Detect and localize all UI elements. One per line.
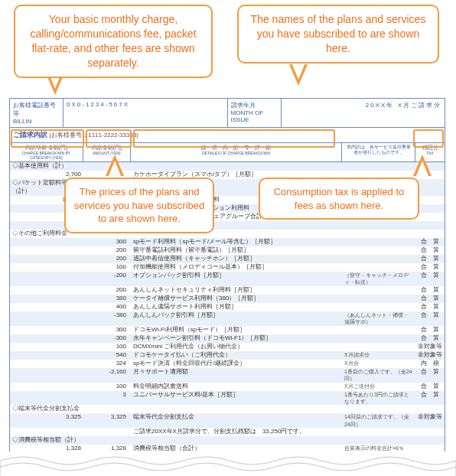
cell-detail: 料金明細内訳書送料: [131, 383, 342, 391]
table-row: -300永年キャンペーン割引料（ドコモWi-F1）［月額］合 算: [10, 334, 445, 343]
cell-note: [342, 221, 415, 230]
cell-note: 1番号あたり3円のご請求となります。: [342, 391, 415, 406]
cell-note: [342, 405, 415, 413]
table-row: 200あんしんネットセキュリティ利用料［月額］合 算: [10, 286, 445, 295]
table-row: ◇端末等代金分割支払金: [10, 405, 445, 413]
table-row: 540ドコモケータイ払い（ご利用代金）X月請求分非対象等: [10, 351, 445, 360]
cell-note: [342, 162, 415, 171]
cell-note: [342, 428, 415, 436]
table-row: 400あんしん遠隔サポート利用料［月額］合 算: [10, 303, 445, 311]
cell-detail: ご請求20XX年X月請求分で、分割支払残額は 33,250円です。: [131, 428, 342, 436]
cell-detail: オプションパック割引料［月額］: [131, 272, 342, 286]
cell-detail: ドコモWi-Fi利用料（spモード）［月額］: [131, 326, 342, 334]
cell-detail: [131, 436, 342, 445]
table-row: -380あんしんパック割引料［月額］（あんしんネット・補償・遠隔サポ）合 算: [10, 311, 445, 326]
table-row: 100付加機能使用料（メロディコール基本）［月額］合 算: [10, 263, 445, 272]
cell-category: [10, 255, 83, 263]
table-row: -2,160月々サポート適用額1番目のご購入です。（全24回）合 算: [10, 368, 445, 383]
phone-label: お客様電話番号等 BILLIN: [10, 99, 64, 127]
cell-category: [10, 311, 83, 326]
cell-detail: DCMXmini ご利用代金（お買い物代金）: [131, 343, 342, 351]
cell-tax: [415, 213, 445, 221]
cell-tax: 合 算: [415, 303, 445, 311]
cell-category: [10, 360, 83, 368]
table-row: 200留守番電話利用料（留守番電話）［月額］合 算: [10, 246, 445, 255]
cell-tax: [415, 428, 445, 436]
cell-category: [10, 391, 83, 406]
column-headers: 内訳項目 金額(円) CHARGE BREAKDOWN BY CATEGORY …: [10, 143, 445, 162]
header-row-1: お客様電話番号等 BILLIN 0X0-1234-567X 請求年月 MONTH…: [10, 99, 445, 128]
cell-tax: 合 算: [415, 391, 445, 406]
arrow-up-icon: [106, 155, 124, 176]
cell-note: （あんしんネット・補償・遠隔サポ）: [342, 311, 415, 326]
cell-category: ◇基本使用料（計）: [10, 162, 83, 171]
table-row: ご請求20XX年X月請求分で、分割支払残額は 33,250円です。: [10, 428, 445, 436]
cell-amount: 400: [83, 303, 131, 311]
cell-tax: 合 算: [415, 263, 445, 272]
cell-category: 3,325: [10, 413, 83, 428]
cell-amount: 200: [83, 255, 131, 263]
cell-category: [10, 272, 83, 286]
col-details: 請 求 内 訳 等 詳 細 DETAILES OF CHARGE BREAKDO…: [131, 143, 342, 161]
col-category: 内訳項目 金額(円) CHARGE BREAKDOWN BY CATEGORY …: [10, 143, 83, 161]
cell-category: [10, 334, 83, 343]
cell-detail: あんしん遠隔サポート利用料［月額］: [131, 303, 342, 311]
cell-tax: 内 税: [415, 360, 445, 368]
issue-value: 20XX年 X月ご請求分: [282, 99, 445, 127]
cell-category: [10, 263, 83, 272]
cell-amount: 300: [83, 238, 131, 246]
cell-detail: ケータイ補償サービス利用料（380）［月額］: [131, 295, 342, 303]
table-row: ◇消費税等相当額（計）: [10, 436, 445, 445]
breakdown-title: ご請求内訳 (お客様番号：1111-2222-33333): [10, 128, 445, 143]
cell-tax: 合 算: [415, 383, 445, 391]
col-cat-en: CHARGE BREAKDOWN BY CATEGORY (YEN): [12, 151, 80, 160]
cell-tax: [415, 230, 445, 238]
cell-category: [10, 343, 83, 351]
cell-category: [10, 326, 83, 334]
cell-detail: ドコモケータイ払い（ご利用代金）: [131, 351, 342, 360]
cell-note: [342, 436, 415, 445]
breakdown-title-text: ご請求内訳: [13, 131, 47, 139]
table-row: 100DCMXmini ご利用代金（お買い物代金）非対象等: [10, 343, 445, 351]
table-row: 200通話中着信使用料（キャッチホン）［月額］合 算: [10, 255, 445, 263]
table-row: 324spモード決済（料金回収代行/継続課金）X月分内 税: [10, 360, 445, 368]
cell-amount: 100: [83, 383, 131, 391]
callout-mid-right: Consumption tax is applied to fees as sh…: [259, 178, 419, 220]
cell-amount: [83, 436, 131, 445]
cell-tax: 合 算: [415, 255, 445, 263]
cell-note: X月分: [342, 360, 415, 368]
cell-note: [342, 303, 415, 311]
cell-category: [10, 428, 83, 436]
cell-note: [342, 334, 415, 343]
cell-amount: 100: [83, 263, 131, 272]
cell-amount: 200: [83, 246, 131, 255]
cell-detail: 付加機能使用料（メロディコール基本）［月額］: [131, 263, 342, 272]
cell-tax: 非対象等: [415, 343, 445, 351]
cell-tax: [415, 179, 445, 196]
table-row: -200オプションパック割引料［月額］（留守・キャッチ・メロディ・転送）合 算: [10, 272, 445, 286]
cell-note: 14回目のご請求です。（全24回）: [342, 413, 415, 428]
arrow-down-icon: [289, 64, 308, 86]
cell-note: （留守・キャッチ・メロディ・転送）: [342, 272, 415, 286]
cell-note: [342, 255, 415, 263]
table-row: 300ドコモWi-Fi利用料（spモード）［月額］合 算: [10, 326, 445, 334]
cell-tax: [415, 405, 445, 413]
arrow-up-icon: [413, 155, 432, 176]
cell-tax: 合 算: [415, 246, 445, 255]
col-tax-jp: 税区分: [418, 145, 442, 151]
cell-category: [10, 383, 83, 391]
cell-detail: ユニバーサルサービス料/基本［月額］: [131, 391, 342, 406]
table-row: 380ケータイ補償サービス利用料（380）［月額］合 算: [10, 295, 445, 303]
cell-note: [342, 295, 415, 303]
phone-label-en: BILLIN: [13, 118, 60, 125]
cell-note: [342, 326, 415, 334]
cell-tax: 合 算: [415, 368, 445, 383]
cell-note: [342, 238, 415, 246]
cell-amount: 3,325: [83, 413, 131, 428]
cell-amount: -200: [83, 272, 131, 286]
cell-note: X月ご送付分: [342, 383, 415, 391]
torn-edge: [0, 452, 456, 476]
callout-mid-left: The prices of the plans and services you…: [64, 178, 214, 233]
cell-amount: [83, 428, 131, 436]
cell-detail: 永年キャンペーン割引料（ドコモWi-F1）［月額］: [131, 334, 342, 343]
